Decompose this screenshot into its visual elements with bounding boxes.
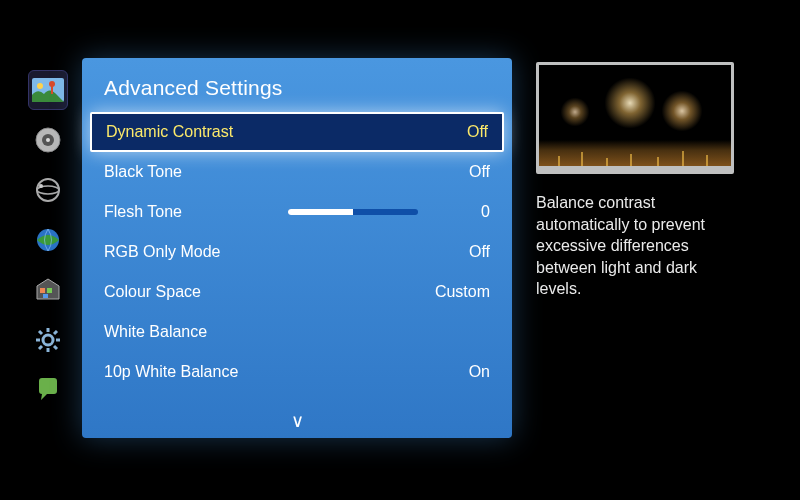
svg-rect-13 <box>43 294 48 298</box>
svg-point-7 <box>37 179 59 201</box>
sidebar-item-support[interactable] <box>28 370 68 410</box>
sidebar-item-system[interactable] <box>28 320 68 360</box>
menu-item-dynamic-contrast[interactable]: Dynamic ContrastOff <box>90 112 504 152</box>
svg-line-21 <box>54 331 57 334</box>
menu-item-value: Custom <box>430 283 490 301</box>
settings-panel: Advanced Settings Dynamic ContrastOffBla… <box>82 58 512 438</box>
svg-point-6 <box>46 138 50 142</box>
scroll-down-icon[interactable]: ∨ <box>291 410 304 432</box>
menu-item-value: Off <box>430 243 490 261</box>
menu-list: Dynamic ContrastOffBlack ToneOffFlesh To… <box>82 112 512 392</box>
preview-thumbnail <box>536 62 734 174</box>
svg-rect-3 <box>51 86 53 94</box>
menu-item-label: Colour Space <box>104 283 430 301</box>
sidebar-item-sound[interactable] <box>28 120 68 160</box>
support-icon <box>35 377 61 403</box>
sidebar-item-picture[interactable] <box>28 70 68 110</box>
picture-icon <box>32 78 64 102</box>
menu-item-value: Off <box>428 123 488 141</box>
svg-line-22 <box>39 346 42 349</box>
help-text: Balance contrast automatically to preven… <box>536 192 746 300</box>
panel-title: Advanced Settings <box>82 62 512 112</box>
menu-item-rgb-only-mode[interactable]: RGB Only ModeOff <box>88 232 506 272</box>
channel-icon <box>35 177 61 203</box>
svg-line-19 <box>39 331 42 334</box>
menu-item-black-tone[interactable]: Black ToneOff <box>88 152 506 192</box>
network-icon <box>35 227 61 253</box>
menu-item-label: White Balance <box>104 323 430 341</box>
menu-item-10p-white-balance[interactable]: 10p White BalanceOn <box>88 352 506 392</box>
svg-line-20 <box>54 346 57 349</box>
menu-item-label: Black Tone <box>104 163 430 181</box>
menu-item-label: Dynamic Contrast <box>106 123 428 141</box>
svg-rect-11 <box>40 288 45 293</box>
svg-point-1 <box>37 83 43 89</box>
menu-item-label: RGB Only Mode <box>104 243 430 261</box>
menu-item-flesh-tone[interactable]: Flesh Tone0 <box>88 192 506 232</box>
svg-point-9 <box>39 184 43 188</box>
menu-item-value: 0 <box>430 203 490 221</box>
sound-icon <box>35 127 61 153</box>
sidebar-item-network[interactable] <box>28 220 68 260</box>
slider-track[interactable] <box>288 209 418 215</box>
system-icon <box>35 327 61 353</box>
menu-item-value: On <box>430 363 490 381</box>
svg-point-14 <box>43 335 53 345</box>
menu-item-white-balance[interactable]: White Balance <box>88 312 506 352</box>
menu-item-value: Off <box>430 163 490 181</box>
sidebar-item-smart-hub[interactable] <box>28 270 68 310</box>
menu-item-colour-space[interactable]: Colour SpaceCustom <box>88 272 506 312</box>
smart-hub-icon <box>35 277 61 303</box>
menu-item-label: 10p White Balance <box>104 363 430 381</box>
svg-rect-12 <box>47 288 52 293</box>
sidebar <box>18 18 78 482</box>
sidebar-item-channel[interactable] <box>28 170 68 210</box>
menu-item-label: Flesh Tone <box>104 203 288 221</box>
slider-fill <box>288 209 353 215</box>
